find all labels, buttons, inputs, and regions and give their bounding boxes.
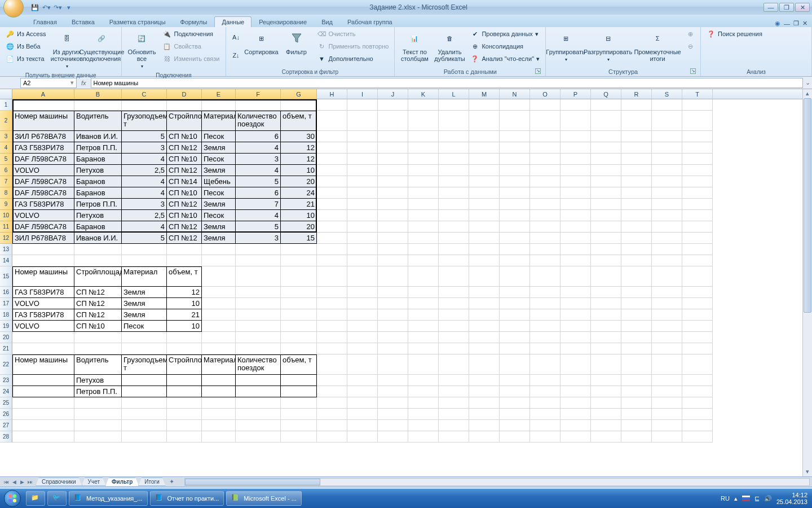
cell[interactable] [202,287,236,298]
cell[interactable] [591,255,621,266]
row-header[interactable]: 14 [0,255,12,266]
cell[interactable] [591,298,621,309]
cell[interactable] [591,99,621,111]
cell[interactable] [439,199,469,210]
cell[interactable] [317,142,347,154]
cell[interactable] [530,309,561,321]
close-button[interactable]: ✕ [795,3,810,12]
cell[interactable] [408,287,439,298]
cell[interactable] [682,266,713,287]
cell[interactable] [682,210,713,221]
cell[interactable] [317,176,347,187]
text-to-cols-button[interactable]: 📊Текст по столбцам [398,28,431,63]
cell[interactable] [591,131,621,142]
cell[interactable] [408,321,439,332]
cell[interactable] [621,244,652,255]
cell[interactable] [167,332,202,343]
cell[interactable]: 15 [281,233,317,244]
cell[interactable]: Баранов [74,221,122,233]
cell[interactable]: Номер машины [12,354,74,375]
col-header[interactable]: R [621,89,652,99]
cell[interactable] [408,210,439,221]
cell[interactable] [12,409,74,420]
cell[interactable] [530,255,561,266]
cell[interactable] [74,409,122,420]
fx-icon[interactable]: fx [77,80,91,86]
cell[interactable] [469,298,500,309]
cell[interactable] [682,111,713,131]
cell[interactable] [378,199,408,210]
cell[interactable] [378,176,408,187]
cell[interactable] [591,431,621,443]
cell[interactable] [408,409,439,420]
other-sources-button[interactable]: 🗄Из других источников [50,28,83,71]
cell[interactable] [591,111,621,131]
cell[interactable] [652,233,682,244]
cell[interactable] [591,210,621,221]
cell[interactable] [74,431,122,443]
cell[interactable] [439,233,469,244]
ungroup-button[interactable]: ⊟Разгруппировать [584,28,632,64]
cell[interactable] [408,266,439,287]
cell[interactable]: 5 [122,233,167,244]
cell[interactable] [167,431,202,443]
cell[interactable] [652,244,682,255]
cell[interactable]: Грузоподъемность, т [122,354,167,375]
cell[interactable] [236,309,281,321]
cell[interactable] [652,210,682,221]
cell[interactable]: ГАЗ Г583РИ78 [12,142,74,154]
cell[interactable] [530,199,561,210]
cell[interactable] [591,343,621,354]
cell[interactable] [682,397,713,409]
cell[interactable] [652,287,682,298]
cell[interactable] [439,142,469,154]
cell[interactable] [281,409,317,420]
cell[interactable] [439,111,469,131]
cell[interactable] [317,343,347,354]
cell[interactable]: Петухов [74,210,122,221]
sheet-tab[interactable]: Фильтр [105,478,139,486]
cell[interactable]: ГАЗ Г583РИ78 [12,309,74,321]
cell[interactable] [439,165,469,176]
row-header[interactable]: 8 [0,187,12,199]
cell[interactable]: 10 [281,210,317,221]
cell[interactable] [408,131,439,142]
cell[interactable] [652,131,682,142]
cell[interactable] [530,142,561,154]
col-header[interactable]: F [236,89,281,99]
cell[interactable] [621,309,652,321]
cell[interactable] [469,176,500,187]
cell[interactable] [236,99,281,111]
cell[interactable] [469,111,500,131]
cell[interactable] [378,386,408,397]
cell[interactable] [439,343,469,354]
cell[interactable] [167,244,202,255]
cell[interactable] [281,420,317,431]
cell[interactable] [561,431,591,443]
cell[interactable]: СП №12 [167,199,202,210]
cell[interactable] [202,397,236,409]
cell[interactable] [317,431,347,443]
cell[interactable] [317,210,347,221]
row-header[interactable]: 3 [0,131,12,142]
cell[interactable] [682,154,713,165]
cell[interactable] [652,431,682,443]
cell[interactable] [530,244,561,255]
col-header[interactable]: I [347,89,378,99]
network-icon[interactable]: ⊑ [754,495,760,502]
cell[interactable]: Грузоподъемность, т [122,111,167,131]
row-header[interactable]: 25 [0,397,12,409]
row-header[interactable]: 4 [0,142,12,154]
col-header[interactable]: H [317,89,347,99]
cell[interactable] [281,99,317,111]
cell[interactable] [12,420,74,431]
cell[interactable] [500,309,530,321]
row-header[interactable]: 16 [0,287,12,298]
row-header[interactable]: 21 [0,343,12,354]
save-icon[interactable]: 💾 [30,3,39,12]
select-all-corner[interactable] [0,89,12,99]
taskbar-app[interactable]: 🐦 [47,491,67,506]
tab-formulas[interactable]: Формулы [173,16,215,27]
cell[interactable] [408,176,439,187]
cell[interactable] [122,375,167,386]
